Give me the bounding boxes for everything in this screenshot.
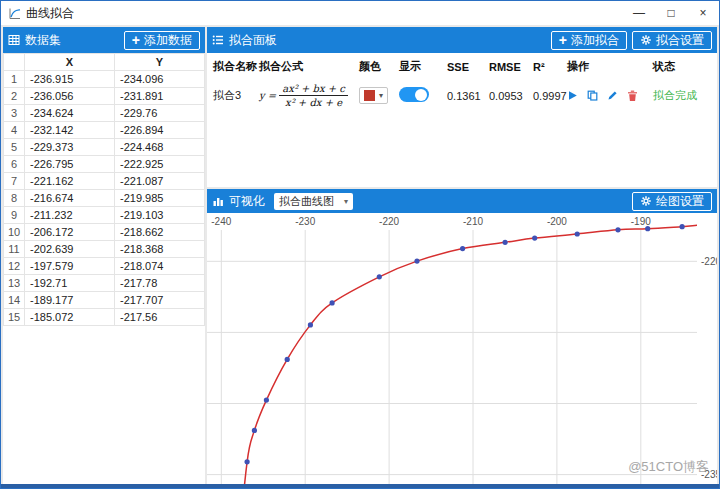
delete-fit-button[interactable]: [627, 90, 638, 102]
row-number[interactable]: 3: [4, 105, 25, 122]
table-row[interactable]: 9-211.232-219.103: [4, 207, 205, 224]
table-row[interactable]: 2-236.056-231.891: [4, 88, 205, 105]
cell-y[interactable]: -218.368: [115, 241, 205, 258]
row-number[interactable]: 13: [4, 275, 25, 292]
cell-x[interactable]: -232.142: [25, 122, 115, 139]
cell-y[interactable]: -224.468: [115, 139, 205, 156]
row-number[interactable]: 10: [4, 224, 25, 241]
chart-type-value: 拟合曲线图: [279, 194, 334, 209]
fit-column-header: 显示: [399, 59, 447, 74]
chart-type-select[interactable]: 拟合曲线图 ▾: [274, 193, 353, 210]
table-row[interactable]: 5-229.373-224.468: [4, 139, 205, 156]
cell-x[interactable]: -192.71: [25, 275, 115, 292]
formula-lhs: y =: [259, 90, 276, 101]
table-row[interactable]: 11-202.639-218.368: [4, 241, 205, 258]
cell-x[interactable]: -226.795: [25, 156, 115, 173]
table-row[interactable]: 6-226.795-222.925: [4, 156, 205, 173]
row-number[interactable]: 9: [4, 207, 25, 224]
fit-column-header: SSE: [447, 61, 489, 73]
chart-canvas: -240-230-220-210-200-190-220-235: [207, 213, 717, 484]
cell-y[interactable]: -222.925: [115, 156, 205, 173]
cell-y[interactable]: -218.662: [115, 224, 205, 241]
cell-x[interactable]: -234.624: [25, 105, 115, 122]
row-number[interactable]: 7: [4, 173, 25, 190]
cell-y[interactable]: -219.103: [115, 207, 205, 224]
table-row[interactable]: 12-197.579-218.074: [4, 258, 205, 275]
cell-y[interactable]: -217.56: [115, 309, 205, 326]
table-row[interactable]: 8-216.674-219.985: [4, 190, 205, 207]
column-header-x[interactable]: X: [25, 54, 115, 71]
table-row[interactable]: 4-232.142-226.894: [4, 122, 205, 139]
row-number[interactable]: 2: [4, 88, 25, 105]
table-row[interactable]: 7-221.162-221.087: [4, 173, 205, 190]
cell-x[interactable]: -197.579: [25, 258, 115, 275]
plot-settings-label: 绘图设置: [656, 193, 704, 210]
maximize-button[interactable]: □: [655, 1, 687, 25]
fit-column-header: RMSE: [489, 61, 533, 73]
close-button[interactable]: ×: [687, 1, 719, 25]
row-number[interactable]: 12: [4, 258, 25, 275]
row-number[interactable]: 6: [4, 156, 25, 173]
run-fit-button[interactable]: [567, 90, 578, 101]
row-number[interactable]: 15: [4, 309, 25, 326]
edit-fit-button[interactable]: [607, 90, 618, 101]
add-data-label: 添加数据: [144, 32, 192, 49]
display-toggle[interactable]: [399, 87, 429, 102]
cell-x[interactable]: -185.072: [25, 309, 115, 326]
cell-x[interactable]: -206.172: [25, 224, 115, 241]
table-row[interactable]: 1-236.915-234.096: [4, 71, 205, 88]
app-icon: [8, 7, 21, 20]
cell-y[interactable]: -221.087: [115, 173, 205, 190]
table-row[interactable]: 14-189.177-217.707: [4, 292, 205, 309]
column-header-y[interactable]: Y: [115, 54, 205, 71]
color-dropdown[interactable]: ▾: [359, 87, 388, 104]
table-row[interactable]: 10-206.172-218.662: [4, 224, 205, 241]
cell-x[interactable]: -221.162: [25, 173, 115, 190]
minimize-button[interactable]: —: [623, 1, 655, 25]
fit-curve-chart[interactable]: -240-230-220-210-200-190-220-235 @51CTO博…: [207, 213, 717, 484]
cell-x[interactable]: -229.373: [25, 139, 115, 156]
fit-settings-button[interactable]: 拟合设置: [632, 31, 712, 50]
cell-y[interactable]: -231.891: [115, 88, 205, 105]
cell-x[interactable]: -189.177: [25, 292, 115, 309]
plus-icon: +: [559, 33, 567, 47]
table-row[interactable]: 13-192.71-217.78: [4, 275, 205, 292]
cell-y[interactable]: -229.76: [115, 105, 205, 122]
svg-text:-220: -220: [379, 216, 399, 227]
cell-y[interactable]: -217.78: [115, 275, 205, 292]
table-icon: [8, 34, 20, 46]
table-row[interactable]: 3-234.624-229.76: [4, 105, 205, 122]
row-number[interactable]: 1: [4, 71, 25, 88]
cell-x[interactable]: -211.232: [25, 207, 115, 224]
cell-x[interactable]: -236.056: [25, 88, 115, 105]
cell-y[interactable]: -217.707: [115, 292, 205, 309]
row-number[interactable]: 4: [4, 122, 25, 139]
row-number[interactable]: 8: [4, 190, 25, 207]
plot-settings-button[interactable]: 绘图设置: [632, 192, 712, 211]
cell-x[interactable]: -216.674: [25, 190, 115, 207]
visualization-panel-header: 可视化 拟合曲线图 ▾ 绘图设置: [207, 189, 717, 213]
fit-formula: y = ax² + bx + c x² + dx + e: [259, 82, 359, 109]
cell-y[interactable]: -234.096: [115, 71, 205, 88]
fit-column-header: 颜色: [359, 59, 399, 74]
window-title: 曲线拟合: [26, 5, 623, 22]
title-bar: 曲线拟合 — □ ×: [1, 1, 719, 25]
fit-name: 拟合3: [213, 88, 259, 103]
add-data-button[interactable]: + 添加数据: [124, 31, 200, 50]
table-row[interactable]: 15-185.072-217.56: [4, 309, 205, 326]
row-number[interactable]: 14: [4, 292, 25, 309]
row-number[interactable]: 5: [4, 139, 25, 156]
add-fit-label: 添加拟合: [571, 32, 619, 49]
copy-fit-button[interactable]: [587, 90, 598, 101]
formula-denominator: x² + dx + e: [282, 96, 345, 109]
visualization-panel: 可视化 拟合曲线图 ▾ 绘图设置 -240-230-220-210-200-19…: [207, 189, 717, 484]
cell-y[interactable]: -226.894: [115, 122, 205, 139]
cell-x[interactable]: -202.639: [25, 241, 115, 258]
cell-x[interactable]: -236.915: [25, 71, 115, 88]
add-fit-button[interactable]: + 添加拟合: [551, 31, 627, 50]
dataset-panel-title: 数据集: [25, 32, 61, 49]
cell-y[interactable]: -219.985: [115, 190, 205, 207]
formula-fraction: ax² + bx + c x² + dx + e: [279, 82, 348, 109]
cell-y[interactable]: -218.074: [115, 258, 205, 275]
row-number[interactable]: 11: [4, 241, 25, 258]
